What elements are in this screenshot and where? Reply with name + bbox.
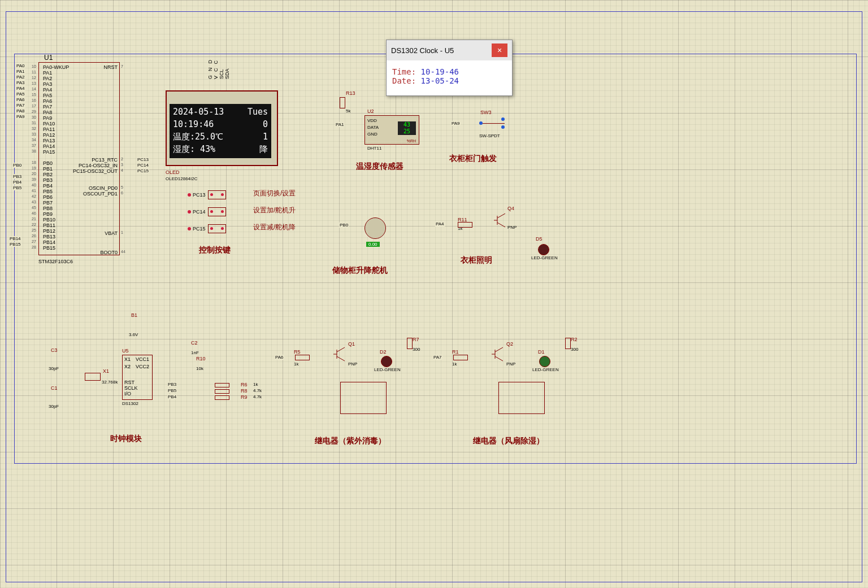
transistor-q4[interactable] <box>494 214 507 227</box>
transistor-q1[interactable] <box>333 347 347 361</box>
oled-l4r: 降 <box>259 143 268 155</box>
net-pa8: PA8 <box>16 108 25 114</box>
u5-p-x2: X2 <box>124 364 131 369</box>
oled-screen: 2024-05-13Tues 10:19:460 温度:25.0℃1 湿度: 4… <box>170 104 271 158</box>
net-pa0: PA0 <box>16 63 25 68</box>
r1[interactable] <box>453 355 468 360</box>
popup-title-text: DS1302 Clock - U5 <box>391 46 454 55</box>
mcu-pin-PB15: PB15 <box>43 245 55 251</box>
q2-part: PNP <box>506 361 515 367</box>
mcu-rpin-num: 44 <box>121 250 125 254</box>
mcu-rpin-OSCOUT_PD1: OSCOUT_PD1 <box>72 191 118 197</box>
c3-ref: C3 <box>51 347 58 353</box>
uv-net: PA6 <box>275 355 284 360</box>
popup-time-val: 10-19-46 <box>421 67 459 76</box>
close-icon[interactable]: × <box>492 43 507 57</box>
net-pb14: PB14 <box>9 236 21 241</box>
mcu-pin-num: 21 <box>32 217 36 221</box>
mcu-rpin-PC14-OSC32_IN: PC14-OSC32_IN <box>72 163 118 168</box>
r2[interactable] <box>565 338 571 349</box>
mcu-rpin-num: 5 <box>121 185 123 189</box>
mcu-pin-num: 38 <box>32 149 36 153</box>
led-d1[interactable] <box>539 356 550 367</box>
mcu-pin-num: 11 <box>32 70 36 74</box>
d1-ref: D1 <box>538 349 545 355</box>
transistor-q2[interactable] <box>492 347 505 361</box>
mcu-pin-PB1: PB1 <box>43 166 53 172</box>
mcu-pin-num: 13 <box>32 81 36 85</box>
clock-resistor[interactable] <box>215 395 229 400</box>
dht11-body[interactable]: VDD DATA GND 4325 %RH <box>364 115 419 145</box>
u5-part: DS1302 <box>122 401 138 406</box>
net-pc14: PC14 <box>137 163 149 168</box>
mcu-pin-num: 26 <box>32 234 36 238</box>
relay-uv-coil[interactable] <box>340 382 387 414</box>
module-servo: 储物柜升降舵机 <box>332 265 388 276</box>
net-pc13: PC13 <box>137 157 149 162</box>
proteus-canvas[interactable]: { "mcu": { "ref": "U1", "part": "STM32F1… <box>0 0 868 588</box>
mcu-pin-PB9: PB9 <box>43 211 53 217</box>
led-d2[interactable] <box>381 356 392 367</box>
r10-ref: R10 <box>196 356 206 361</box>
led-d5[interactable] <box>538 244 549 255</box>
net-pa3: PA3 <box>16 80 25 85</box>
x1-val: 32.768k <box>102 380 118 385</box>
mcu-pin-PB0: PB0 <box>43 160 53 166</box>
mcu-pin-num: 16 <box>32 98 36 102</box>
crystal-x1[interactable] <box>85 373 101 381</box>
ds1302-popup[interactable]: DS1302 Clock - U5 × Time: 10-19-46 Date:… <box>386 40 513 96</box>
b1-ref: B1 <box>131 312 137 318</box>
net-pb15: PB15 <box>9 242 21 247</box>
button-row-1[interactable]: PC13 <box>188 190 228 200</box>
popup-titlebar[interactable]: DS1302 Clock - U5 × <box>387 40 512 60</box>
servo-motor[interactable] <box>364 217 386 239</box>
clock-r-ref: R6 <box>241 382 248 387</box>
btn-net-0: PC13 <box>193 192 206 198</box>
net-pa4: PA4 <box>16 86 25 91</box>
dht-pin-vdd: VDD <box>367 118 377 123</box>
u5-p-vcc2: VCC2 <box>136 364 149 369</box>
button-row-2[interactable]: PC14 <box>188 207 228 217</box>
mcu-part: STM32F103C6 <box>38 259 73 264</box>
spdt-switch[interactable] <box>479 116 505 131</box>
relay-uv-block: PA6 R5 1k Q1 PNP R7 300 D2 LED-GREEN 继电器… <box>277 333 424 435</box>
oled-part: OLED12864I2C <box>166 176 197 181</box>
clock-r-ref: R8 <box>241 388 248 394</box>
btn-lbl-0: 页面切换/设置 <box>253 189 296 198</box>
r13-val: 5k <box>346 108 350 114</box>
mcu-rpin-BOOT0: BOOT0 <box>72 250 118 255</box>
button-row-3[interactable]: PC15 <box>188 224 228 234</box>
mcu-pin-num: 22 <box>32 223 36 227</box>
r10-val: 10k <box>196 366 203 371</box>
module-spdt: 衣柜柜门触发 <box>449 154 497 164</box>
oled-pin-sda: SDA <box>224 68 230 79</box>
oled-l2l: 10:19:46 <box>173 118 214 130</box>
clock-resistor[interactable] <box>215 389 229 394</box>
r5[interactable] <box>295 355 310 360</box>
mcu-pin-PA6: PA6 <box>43 98 52 104</box>
popup-body: Time: 10-19-46 Date: 13-05-24 <box>387 60 512 95</box>
q4-ref: Q4 <box>507 206 514 211</box>
r5-val: 1k <box>294 361 298 367</box>
mcu-pin-num: 25 <box>32 228 36 232</box>
relay-fan-coil[interactable] <box>498 382 545 414</box>
u2-ref: U2 <box>367 108 374 114</box>
mcu-pin-PB3: PB3 <box>43 177 53 183</box>
oled-l2r: 0 <box>263 118 268 130</box>
push-button-icon <box>208 224 226 233</box>
mcu-rpin-PC15-OSC32_OUT: PC15-OSC32_OUT <box>72 168 118 174</box>
spdt-net: PA9 <box>451 121 461 126</box>
clock-resistor[interactable] <box>215 383 229 387</box>
oled-pin-scl: SCL <box>219 69 224 79</box>
clock-r-net: PB3 <box>167 382 177 387</box>
mcu-ref: U1 <box>44 54 53 62</box>
btn-lbl-1: 设置加/舵机升 <box>253 206 296 215</box>
mcu-pin-PA14: PA14 <box>43 143 55 149</box>
r11[interactable] <box>458 222 472 228</box>
d5-part: LED-GREEN <box>531 255 558 260</box>
r7[interactable] <box>407 338 413 349</box>
q1-ref: Q1 <box>348 341 355 347</box>
clock-r-val: 1k <box>253 382 258 387</box>
mcu-pin-num: 40 <box>32 183 36 187</box>
r13-body[interactable] <box>340 97 345 108</box>
